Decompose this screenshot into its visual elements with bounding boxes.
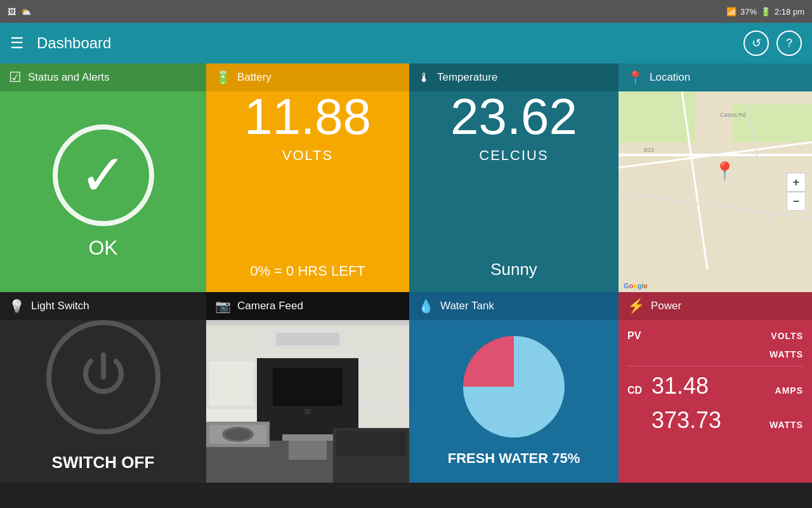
power-body: PV VOLTS WATTS CD 31.48 AMPS 373.73 WATT… <box>619 320 812 483</box>
camera-feed-label: Camera Feed <box>237 300 303 312</box>
location-body: B15 Castra Rd 📍 + − Google <box>619 91 812 292</box>
status-alerts-tile: ☑ Status and Alerts ✓ OK <box>0 64 206 292</box>
status-bar-right: 📶 37% 🔋 2:18 pm <box>726 7 804 17</box>
menu-icon[interactable]: ☰ <box>10 34 24 52</box>
svg-rect-32 <box>289 441 327 460</box>
svg-point-28 <box>225 429 251 440</box>
battery-header-icon: 🔋 <box>215 70 231 85</box>
pv-watts-row: WATTS <box>627 347 803 362</box>
status-alerts-body: ✓ OK <box>0 91 206 292</box>
water-tank-tile: 💧 Water Tank FRESH WATER 75% <box>409 292 619 483</box>
thermometer-icon: 🌡 <box>418 70 431 85</box>
svg-rect-18 <box>209 361 254 406</box>
temperature-header: 🌡 Temperature <box>409 64 619 91</box>
battery-body: 11.88 VOLTS 0% = 0 HRS LEFT <box>206 91 409 292</box>
camera-image <box>206 320 409 483</box>
temp-value: 23.62 <box>450 91 577 142</box>
water-level-chart <box>457 330 571 444</box>
pv-label: PV <box>627 330 646 342</box>
svg-rect-22 <box>273 368 343 406</box>
camera-feed-header: 📷 Camera Feed <box>206 292 409 320</box>
light-switch-body: SWITCH OFF <box>0 320 206 483</box>
map-background: B15 Castra Rd 📍 + − Google <box>619 91 812 292</box>
wifi-icon: 📶 <box>726 7 737 17</box>
pv-row: PV VOLTS <box>627 328 803 344</box>
gallery-icon: 🖼 <box>8 7 16 17</box>
zoom-in-button[interactable]: + <box>787 173 806 192</box>
cd-amps-row: CD 31.48 AMPS <box>627 370 803 402</box>
location-header: 📍 Location <box>619 64 812 91</box>
help-button[interactable]: ? <box>776 30 802 56</box>
water-level-label: FRESH WATER 75% <box>448 450 580 473</box>
location-label: Location <box>650 71 690 84</box>
switch-state: SWITCH OFF <box>52 453 155 483</box>
location-icon: 📍 <box>627 70 643 85</box>
power-tile: ⚡ Power PV VOLTS WATTS CD 31.48 AMPS <box>619 292 812 483</box>
page-title: Dashboard <box>37 34 731 52</box>
light-switch-label: Light Switch <box>31 300 89 312</box>
status-alerts-label: Status and Alerts <box>28 71 110 84</box>
map-marker: 📍 <box>714 161 736 182</box>
toolbar: ☰ Dashboard ↺ ? <box>0 23 812 64</box>
water-tank-header: 💧 Water Tank <box>409 292 619 320</box>
svg-rect-23 <box>304 409 311 414</box>
svg-rect-12 <box>206 320 409 325</box>
power-divider-1 <box>627 366 803 366</box>
svg-text:B15: B15 <box>644 147 654 153</box>
map-svg: B15 Castra Rd <box>619 91 812 292</box>
lightning-icon: ⚡ <box>627 298 645 314</box>
temp-condition: Sunny <box>490 260 537 292</box>
cd-amps-unit: AMPS <box>775 385 803 396</box>
temperature-label: Temperature <box>437 71 497 84</box>
cd-watts-row: 373.73 WATTS <box>627 404 803 436</box>
status-bar: 🖼 ⛅ 📶 37% 🔋 2:18 pm <box>0 0 812 23</box>
location-tile: 📍 Location B15 <box>619 64 812 292</box>
power-svg <box>75 349 132 406</box>
check-icon: ☑ <box>9 69 22 86</box>
temperature-body: 23.62 CELCIUS Sunny <box>409 91 619 292</box>
battery-percent: 37% <box>740 7 757 17</box>
pv-watts-unit: WATTS <box>769 349 803 359</box>
svg-rect-2 <box>733 104 812 142</box>
cd-watts-value: 373.73 <box>652 407 721 434</box>
cd-watts-unit: WATTS <box>769 420 803 430</box>
water-tank-body: FRESH WATER 75% <box>409 320 619 483</box>
svg-rect-14 <box>276 333 339 345</box>
svg-rect-30 <box>336 431 406 457</box>
google-brand: Google <box>624 282 648 290</box>
water-icon: 💧 <box>418 298 434 314</box>
battery-tile: 🔋 Battery 11.88 VOLTS 0% = 0 HRS LEFT <box>206 64 409 292</box>
camera-feed-body <box>206 320 409 483</box>
camera-feed-tile: 📷 Camera Feed <box>206 292 409 483</box>
light-switch-header: 💡 Light Switch <box>0 292 206 320</box>
status-bar-left: 🖼 ⛅ <box>8 7 31 17</box>
pv-volts-unit: VOLTS <box>771 331 803 341</box>
toolbar-icons: ↺ ? <box>743 30 802 56</box>
weather-icon: ⛅ <box>21 7 31 17</box>
power-header: ⚡ Power <box>619 292 812 320</box>
pie-chart-svg <box>457 330 571 444</box>
status-alerts-header: ☑ Status and Alerts <box>0 64 206 91</box>
water-tank-label: Water Tank <box>440 300 494 312</box>
refresh-button[interactable]: ↺ <box>743 30 769 56</box>
checkmark-icon: ✓ <box>79 142 127 208</box>
cd-label: CD <box>627 385 646 396</box>
ok-indicator: ✓ <box>53 124 154 226</box>
map-controls[interactable]: + − <box>787 173 806 211</box>
power-button-icon <box>46 320 160 434</box>
power-label: Power <box>651 300 681 312</box>
svg-text:Castra Rd: Castra Rd <box>720 112 746 118</box>
battery-icon: 🔋 <box>761 7 771 17</box>
battery-unit: VOLTS <box>282 147 334 164</box>
camera-icon: 📷 <box>215 298 231 314</box>
temp-unit: CELCIUS <box>479 147 548 164</box>
light-switch-tile[interactable]: 💡 Light Switch SWITCH OFF <box>0 292 206 483</box>
svg-rect-31 <box>282 434 333 441</box>
svg-rect-20 <box>362 361 406 406</box>
battery-label: Battery <box>237 71 272 84</box>
lightbulb-icon: 💡 <box>9 298 25 314</box>
van-interior-svg <box>206 320 409 483</box>
zoom-out-button[interactable]: − <box>787 192 806 211</box>
clock: 2:18 pm <box>775 7 804 17</box>
battery-header: 🔋 Battery <box>206 64 409 91</box>
